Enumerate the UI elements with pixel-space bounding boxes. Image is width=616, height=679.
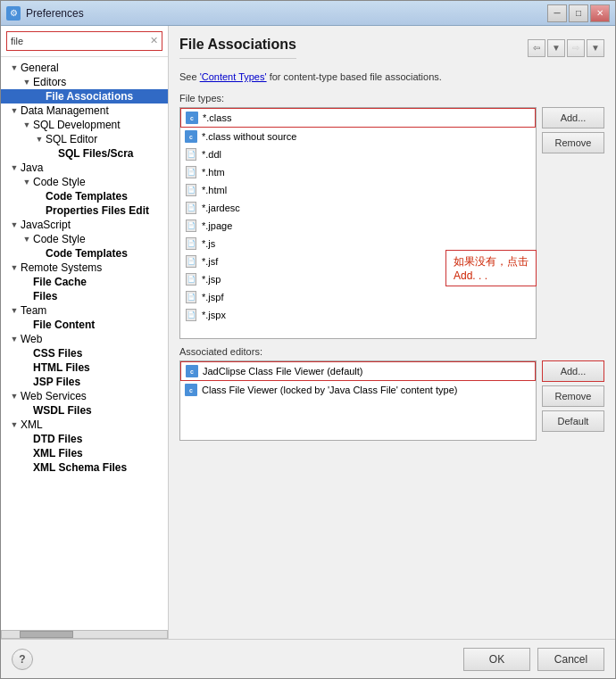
close-button[interactable]: ✕ xyxy=(590,4,610,22)
tree-node-file-content[interactable]: File Content xyxy=(1,318,168,332)
tree-node-javascript[interactable]: ▼ JavaScript xyxy=(1,218,168,232)
file-list-wrapper: c *.class c *.class without source xyxy=(179,107,537,339)
tree-scrollbar[interactable] xyxy=(1,630,168,639)
file-type-jsf-label: *.jsf xyxy=(202,256,218,267)
expand-icon-jsct xyxy=(33,247,46,260)
tree-node-editors[interactable]: ▼ Editors xyxy=(1,75,168,89)
file-type-htm[interactable]: 📄 *.htm xyxy=(180,163,536,181)
tree-label-java-code-style: Code Style xyxy=(33,176,86,188)
file-type-jspx[interactable]: 📄 *.jspx xyxy=(180,306,536,324)
file-types-buttons: Add... Remove xyxy=(542,107,604,339)
associated-editors-list[interactable]: c JadClipse Class File Viewer (default) … xyxy=(179,360,537,441)
file-type-ddl[interactable]: 📄 *.ddl xyxy=(180,145,536,163)
expand-icon-sqle: ▼ xyxy=(33,133,46,145)
tree-node-code-templates[interactable]: Code Templates xyxy=(1,189,168,203)
tree-node-properties-files[interactable]: Properties Files Edit xyxy=(1,203,168,218)
tree-node-java[interactable]: ▼ Java xyxy=(1,161,168,175)
ddl-icon: 📄 xyxy=(184,147,198,161)
file-types-list[interactable]: c *.class c *.class without source xyxy=(179,107,537,339)
tree-node-html-files[interactable]: HTML Files xyxy=(1,360,168,375)
tree-node-js-code-style[interactable]: ▼ Code Style xyxy=(1,232,168,246)
assoc-default-button[interactable]: Default xyxy=(542,410,604,432)
expand-icon-xmlf xyxy=(21,447,33,460)
file-type-jardesc[interactable]: 📄 *.jardesc xyxy=(180,199,536,217)
class-icon: c xyxy=(185,111,199,125)
expand-icon-js: ▼ xyxy=(8,219,21,231)
panel-title: File Associations xyxy=(179,37,296,59)
assoc-buttons: Add... Remove Default xyxy=(542,360,604,441)
minimize-button[interactable]: ─ xyxy=(547,4,567,22)
tree-node-remote-systems[interactable]: ▼ Remote Systems xyxy=(1,261,168,275)
tree-node-file-cache[interactable]: File Cache xyxy=(1,275,168,289)
file-type-class-nosource[interactable]: c *.class without source xyxy=(180,128,536,145)
assoc-add-button[interactable]: Add... xyxy=(542,360,604,382)
tree-label-file-content: File Content xyxy=(33,319,95,331)
tree-label-file-cache: File Cache xyxy=(33,276,87,288)
tree-node-xml[interactable]: ▼ XML xyxy=(1,418,168,432)
cancel-button[interactable]: Cancel xyxy=(537,648,604,671)
file-type-class[interactable]: c *.class xyxy=(180,108,536,128)
file-types-section: File types: c *.class xyxy=(179,93,604,339)
nav-forward-button[interactable]: ⇦ xyxy=(528,39,545,57)
expand-icon-xml: ▼ xyxy=(8,418,21,431)
file-types-add-button[interactable]: Add... xyxy=(542,107,604,128)
tree-node-web-services[interactable]: ▼ Web Services xyxy=(1,389,168,403)
tree-node-xml-schema-files[interactable]: XML Schema Files xyxy=(1,460,168,475)
tree-node-files[interactable]: Files xyxy=(1,289,168,303)
tree-node-js-code-templates[interactable]: Code Templates xyxy=(1,246,168,261)
tree-node-xml-files[interactable]: XML Files xyxy=(1,446,168,460)
tree-node-css-files[interactable]: CSS Files xyxy=(1,346,168,360)
tree-node-web[interactable]: ▼ Web xyxy=(1,332,168,346)
file-types-remove-button[interactable]: Remove xyxy=(542,132,604,153)
file-type-jpage[interactable]: 📄 *.jpage xyxy=(180,217,536,235)
bottom-right: OK Cancel xyxy=(463,648,604,671)
tree-label-dtd-files: DTD Files xyxy=(33,433,82,445)
scroll-thumb xyxy=(20,631,73,638)
nav-dropdown-button[interactable]: ▼ xyxy=(547,39,565,57)
tree-label-web: Web xyxy=(21,333,42,345)
search-clear-button[interactable]: ✕ xyxy=(147,34,160,46)
tree-node-dtd-files[interactable]: DTD Files xyxy=(1,432,168,446)
assoc-item-jadclipse-label: JadClipse Class File Viewer (default) xyxy=(203,366,363,377)
tree-node-wsdl-files[interactable]: WSDL Files xyxy=(1,403,168,418)
file-type-jspf[interactable]: 📄 *.jspf xyxy=(180,288,536,306)
tree-node-jsp-files[interactable]: JSP Files xyxy=(1,375,168,389)
tree-node-java-code-style[interactable]: ▼ Code Style xyxy=(1,175,168,189)
panel-header: File Associations ⇦ ▼ ⇨ ▼ xyxy=(179,37,604,59)
search-input[interactable] xyxy=(6,31,162,51)
expand-icon-html xyxy=(21,361,33,374)
nav-back-button[interactable]: ⇨ xyxy=(567,39,585,57)
content-types-link[interactable]: 'Content Types' xyxy=(200,71,267,82)
assoc-item-jadclipse[interactable]: c JadClipse Class File Viewer (default) xyxy=(180,361,536,381)
ok-button[interactable]: OK xyxy=(463,648,530,671)
tree-node-data-mgmt[interactable]: ▼ Data Management xyxy=(1,104,168,118)
expand-icon-dtd xyxy=(21,433,33,445)
expand-icon-ws: ▼ xyxy=(8,390,21,402)
bottom-left: ? xyxy=(12,649,33,670)
file-type-jspx-label: *.jspx xyxy=(202,310,226,320)
assoc-item-classviewer[interactable]: c Class File Viewer (locked by 'Java Cla… xyxy=(180,381,536,399)
title-bar-buttons: ─ □ ✕ xyxy=(547,4,610,22)
nav-dropdown2-button[interactable]: ▼ xyxy=(587,39,604,57)
assoc-remove-button[interactable]: Remove xyxy=(542,385,604,407)
tree-node-sql-editor[interactable]: ▼ SQL Editor xyxy=(1,132,168,146)
tree-label-xml-schema-files: XML Schema Files xyxy=(33,461,127,474)
tree-node-file-associations[interactable]: File Associations xyxy=(1,89,168,104)
file-type-class-label: *.class xyxy=(203,112,231,123)
jadclipse-icon: c xyxy=(185,364,199,378)
tree-node-sql-dev[interactable]: ▼ SQL Development xyxy=(1,118,168,132)
file-type-class-nosource-label: *.class without source xyxy=(202,131,296,142)
tree-label-wsdl-files: WSDL Files xyxy=(33,404,92,417)
tree-label-sql-dev: SQL Development xyxy=(33,119,121,131)
tree-node-sql-files[interactable]: SQL Files/Scra xyxy=(1,146,168,161)
file-type-jpage-label: *.jpage xyxy=(202,220,232,231)
tree-node-team[interactable]: ▼ Team xyxy=(1,303,168,318)
expand-icon-jcs: ▼ xyxy=(21,176,33,188)
help-button[interactable]: ? xyxy=(12,649,33,670)
maximize-button[interactable]: □ xyxy=(569,4,588,22)
tree-node-general[interactable]: ▼ General xyxy=(1,61,168,75)
expand-icon-f xyxy=(21,290,33,302)
file-type-html[interactable]: 📄 *.html xyxy=(180,181,536,199)
expand-icon-css xyxy=(21,347,33,360)
tree-label-xml-files: XML Files xyxy=(33,447,83,460)
